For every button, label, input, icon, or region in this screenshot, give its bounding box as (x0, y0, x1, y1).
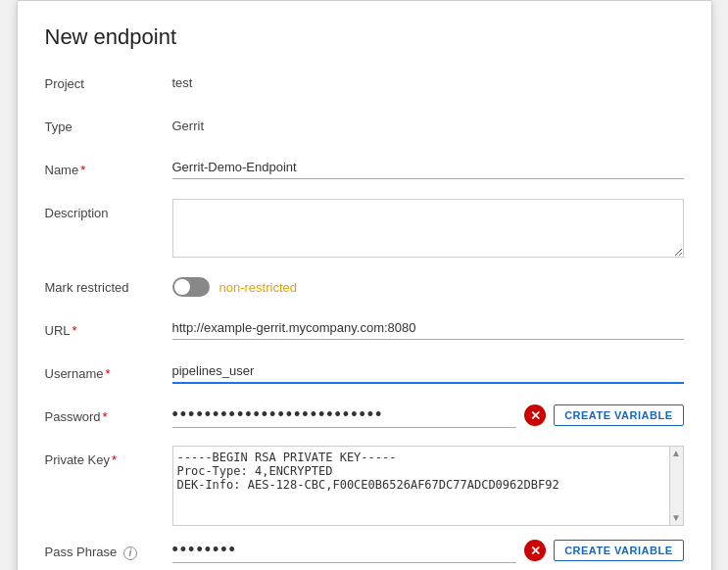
mark-restricted-control: non-restricted (172, 273, 297, 297)
mark-restricted-label: Mark restricted (45, 273, 172, 297)
private-key-wrap: ▲ ▼ (172, 446, 684, 526)
scroll-down-icon[interactable]: ▼ (671, 513, 681, 523)
pass-phrase-dots: •••••••• (172, 538, 517, 563)
type-row: Type Gerrit (45, 113, 684, 144)
password-label: Password* (45, 403, 172, 426)
project-value: test (172, 70, 193, 90)
username-row: Username* (45, 359, 684, 391)
mark-restricted-row: Mark restricted non-restricted (45, 273, 684, 305)
password-dots: •••••••••••••••••••••••••• (172, 403, 517, 428)
new-endpoint-dialog: New endpoint Project test Type Gerrit Na… (17, 0, 712, 570)
username-input[interactable] (172, 359, 684, 384)
toggle-slider (172, 277, 210, 297)
url-label: URL* (45, 316, 172, 340)
name-row: Name* (45, 156, 684, 187)
description-row: Description (45, 199, 684, 261)
password-row: Password* •••••••••••••••••••••••••• ✕ C… (45, 403, 684, 434)
type-label: Type (45, 113, 172, 136)
description-input[interactable] (172, 199, 684, 258)
name-required: * (80, 163, 85, 177)
pass-phrase-create-variable-button[interactable]: CREATE VARIABLE (554, 540, 683, 561)
description-label: Description (45, 199, 172, 222)
private-key-textarea[interactable] (173, 447, 669, 525)
pass-phrase-info-icon: i (123, 546, 137, 560)
toggle-status-text: non-restricted (219, 280, 297, 295)
dialog-title: New endpoint (45, 24, 684, 50)
pass-phrase-row: Pass Phrase i •••••••• ✕ CREATE VARIABLE (45, 538, 684, 569)
pass-phrase-clear-button[interactable]: ✕ (524, 540, 546, 561)
private-key-row: Private Key* ▲ ▼ (45, 446, 684, 526)
password-controls: •••••••••••••••••••••••••• ✕ CREATE VARI… (172, 403, 684, 428)
project-row: Project test (45, 70, 684, 101)
name-label: Name* (45, 156, 172, 179)
password-required: * (103, 409, 108, 424)
private-key-label: Private Key* (45, 446, 172, 469)
private-key-scrollbar: ▲ ▼ (669, 447, 683, 525)
name-input[interactable] (172, 156, 684, 179)
url-row: URL* (45, 316, 684, 348)
scroll-up-icon[interactable]: ▲ (671, 449, 681, 458)
username-label: Username* (45, 359, 172, 383)
project-label: Project (45, 70, 172, 93)
url-required: * (73, 323, 77, 338)
pass-phrase-label: Pass Phrase i (45, 538, 172, 561)
username-required: * (105, 366, 110, 381)
pass-phrase-field-wrap: •••••••• (172, 538, 517, 563)
password-create-variable-button[interactable]: CREATE VARIABLE (554, 404, 683, 426)
password-clear-button[interactable]: ✕ (524, 404, 546, 426)
private-key-required: * (112, 452, 117, 467)
type-value: Gerrit (172, 113, 205, 133)
password-field-wrap: •••••••••••••••••••••••••• (172, 403, 517, 428)
toggle-switch[interactable] (172, 277, 210, 297)
url-input[interactable] (172, 316, 684, 340)
pass-phrase-controls: •••••••• ✕ CREATE VARIABLE (172, 538, 684, 563)
